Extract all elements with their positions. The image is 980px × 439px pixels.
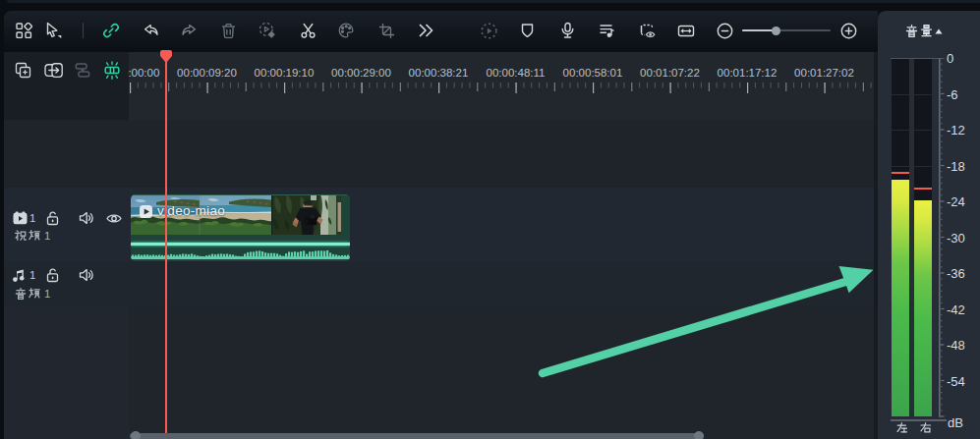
svg-text:00:00:48:11: 00:00:48:11 bbox=[487, 67, 546, 79]
svg-text:00:00:19:10: 00:00:19:10 bbox=[255, 67, 315, 79]
svg-text:00:00:38:21: 00:00:38:21 bbox=[409, 67, 469, 79]
svg-text:00:01:07:22: 00:01:07:22 bbox=[640, 67, 700, 79]
svg-text:00:01:17:12: 00:01:17:12 bbox=[718, 67, 778, 79]
svg-text:00:00:09:20: 00:00:09:20 bbox=[177, 67, 237, 79]
svg-text:00:01:27:02: 00:01:27:02 bbox=[794, 67, 854, 79]
svg-text:00:00:29:00: 00:00:29:00 bbox=[331, 67, 391, 79]
svg-text:00:00:58:01: 00:00:58:01 bbox=[563, 67, 623, 79]
